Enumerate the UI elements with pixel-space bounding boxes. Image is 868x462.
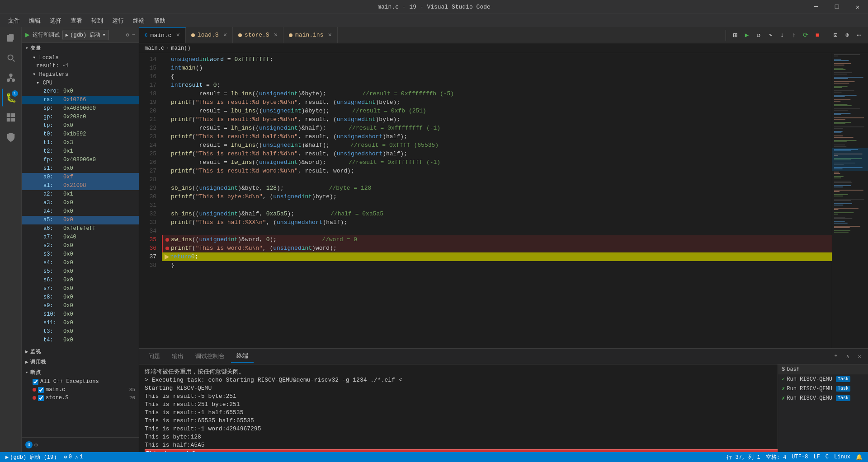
line-num-23: 23 bbox=[139, 132, 156, 141]
debug-step-into-icon[interactable]: ↓ bbox=[777, 30, 788, 41]
breakpoint-checkbox-all[interactable] bbox=[33, 379, 38, 385]
menu-item-goto[interactable]: 转到 bbox=[88, 15, 107, 27]
editor-action-settings[interactable]: ⋯ bbox=[854, 30, 864, 41]
chevron-locals-icon: ▾ bbox=[33, 55, 36, 61]
registers-section[interactable]: ▾ Registers bbox=[22, 70, 139, 79]
monitoring-section[interactable]: ▶ 监视 bbox=[22, 346, 139, 357]
code-line-21: printf("This is result:%d byte:%d\n", re… bbox=[162, 115, 832, 124]
breakpoint-main-c[interactable]: main.c 35 bbox=[22, 386, 139, 394]
debug-stop-icon[interactable]: ■ bbox=[812, 30, 823, 41]
activity-explorer[interactable] bbox=[2, 29, 20, 47]
register-item-gp: gp:0x208c0 bbox=[22, 113, 139, 121]
tab-close-store[interactable]: × bbox=[274, 32, 278, 39]
task-item-0[interactable]: ✓Run RISCV-QEMUTask bbox=[778, 374, 868, 384]
more-options-icon[interactable]: ⋯ bbox=[132, 32, 135, 38]
menu-item-view[interactable]: 查看 bbox=[67, 15, 86, 27]
close-button[interactable]: ✕ bbox=[847, 0, 868, 14]
reg-val-a4: 0x0 bbox=[63, 208, 73, 215]
code-line-19: printf("This is result:%d byte:%d\n", re… bbox=[162, 98, 832, 107]
panel-close-icon[interactable]: ✕ bbox=[854, 351, 864, 361]
status-os[interactable]: Linux bbox=[832, 453, 852, 461]
debug-step-out-icon[interactable]: ↑ bbox=[788, 30, 799, 41]
reg-name-zero: zero: bbox=[43, 88, 61, 95]
tab-main-ins[interactable]: main.ins × bbox=[283, 27, 338, 43]
reg-val-a0: 0xf bbox=[63, 173, 73, 181]
debug-section-toolbar: ▶ 运行和调试 ▶ (gdb) 启动 ▾ ⚙ ⋯ bbox=[22, 27, 139, 43]
editor-area: C main.c × load.S × store.S × main.ins bbox=[139, 27, 868, 452]
warning-icon: △ bbox=[75, 454, 78, 461]
menu-item-select[interactable]: 选择 bbox=[46, 15, 65, 27]
user-avatar[interactable]: U bbox=[25, 441, 33, 448]
register-item-t4: t4:0x0 bbox=[22, 336, 139, 345]
debug-continue-icon[interactable]: ▶ bbox=[741, 30, 752, 41]
maximize-button[interactable]: □ bbox=[826, 0, 847, 14]
error-count: 0 bbox=[69, 454, 72, 460]
locals-section[interactable]: ▾ Locals bbox=[22, 53, 139, 62]
tab-load-s[interactable]: load.S × bbox=[186, 27, 233, 43]
status-errors[interactable]: ⊗ 0 △ 1 bbox=[62, 454, 85, 461]
terminal-line: 终端将被任务重用，按任何意键关闭。 bbox=[145, 368, 863, 376]
panel-tab-problems[interactable]: 问题 bbox=[143, 350, 165, 362]
editor-action-1[interactable]: ⊡ bbox=[830, 30, 841, 41]
panel-add-icon[interactable]: + bbox=[831, 351, 841, 361]
breakpoints-section[interactable]: ▾ 断点 bbox=[22, 367, 139, 378]
tab-close-load[interactable]: × bbox=[223, 32, 227, 39]
chevron-breakpoints-icon: ▾ bbox=[25, 369, 28, 375]
editor-action-2[interactable]: ⊚ bbox=[842, 30, 853, 41]
task-item-2[interactable]: ✗Run RISCV-QEMUTask bbox=[778, 393, 868, 403]
menu-item-help[interactable]: 帮助 bbox=[150, 15, 169, 27]
code-content[interactable]: unsigned int word = 0xffffffff; int main… bbox=[162, 53, 832, 348]
status-encoding[interactable]: UTF-8 bbox=[790, 453, 810, 461]
tab-close-ins[interactable]: × bbox=[328, 32, 331, 39]
reg-name-a4: a4: bbox=[43, 208, 61, 215]
register-item-s6: s6:0x0 bbox=[22, 276, 139, 285]
breakpoint-checkbox-store[interactable] bbox=[38, 395, 44, 401]
gear-settings-icon[interactable]: ⚙ bbox=[126, 32, 129, 38]
debug-restart-icon[interactable]: ↺ bbox=[753, 30, 764, 41]
menu-item-run[interactable]: 运行 bbox=[108, 15, 127, 27]
line-num-31: 31 bbox=[139, 201, 156, 210]
minimize-button[interactable]: ─ bbox=[806, 0, 826, 14]
activity-search[interactable] bbox=[2, 49, 20, 67]
status-spaces[interactable]: 空格: 4 bbox=[764, 453, 788, 461]
line-num-28: 28 bbox=[139, 175, 156, 184]
activity-extensions[interactable] bbox=[2, 108, 20, 126]
debug-layout-icon[interactable]: ⊞ bbox=[730, 30, 741, 41]
reg-name-s9: s9: bbox=[43, 302, 61, 310]
activity-scm[interactable] bbox=[2, 69, 20, 87]
menu-item-edit[interactable]: 编辑 bbox=[25, 15, 44, 27]
activity-remote[interactable] bbox=[2, 128, 20, 146]
panel-tab-debug-console[interactable]: 调试控制台 bbox=[190, 350, 230, 362]
line-num-29: 29 bbox=[139, 184, 156, 192]
status-notifications[interactable]: 🔔 bbox=[854, 453, 864, 461]
status-position[interactable]: 行 37, 列 1 bbox=[725, 453, 762, 461]
menu-item-file[interactable]: 文件 bbox=[5, 15, 24, 27]
activity-debug[interactable]: 🐛 1 bbox=[2, 89, 20, 107]
register-item-s1: s1:0x0 bbox=[22, 164, 139, 173]
statusbar: ▶ (gdb) 启动 (19) ⊗ 0 △ 1 行 37, 列 1 空格: 4 … bbox=[0, 452, 868, 462]
launch-config[interactable]: ▶ (gdb) 启动 ▾ bbox=[62, 30, 109, 40]
cpu-section[interactable]: ▾ CPU bbox=[22, 79, 139, 87]
spaces-text: 空格: 4 bbox=[766, 453, 787, 461]
activity-bar: 🐛 1 bbox=[0, 27, 22, 452]
tab-main-c[interactable]: C main.c × bbox=[139, 27, 186, 43]
task-item-1[interactable]: ✗Run RISCV-QEMUTask bbox=[778, 384, 868, 393]
menu-item-terminal[interactable]: 终端 bbox=[129, 15, 148, 27]
panel-tab-output[interactable]: 输出 bbox=[166, 350, 189, 362]
callstack-section[interactable]: ▶ 调用栈 bbox=[22, 357, 139, 367]
variables-section[interactable]: ▾ 变量 bbox=[22, 43, 139, 53]
panel-maximize-icon[interactable]: ∧ bbox=[843, 351, 853, 361]
status-debug-info[interactable]: ▶ (gdb) 启动 (19) bbox=[4, 453, 58, 461]
tab-dot-load bbox=[191, 33, 195, 37]
status-line-ending[interactable]: LF bbox=[811, 453, 821, 461]
status-language[interactable]: C bbox=[824, 453, 830, 461]
tab-store-s[interactable]: store.S × bbox=[233, 27, 283, 43]
breakpoint-all-exceptions[interactable]: All C++ Exceptions bbox=[22, 378, 139, 386]
debug-reload-icon[interactable]: ⟳ bbox=[800, 30, 811, 41]
panel-tab-terminal[interactable]: 终端 bbox=[231, 350, 254, 363]
tab-close-main[interactable]: × bbox=[176, 32, 179, 39]
breakpoint-store-s[interactable]: store.S 20 bbox=[22, 394, 139, 402]
debug-step-over-icon[interactable]: ↷ bbox=[765, 30, 776, 41]
terminal[interactable]: 终端将被任务重用，按任何意键关闭。> Executing task: echo … bbox=[139, 364, 868, 452]
breakpoint-checkbox-main[interactable] bbox=[38, 387, 44, 393]
